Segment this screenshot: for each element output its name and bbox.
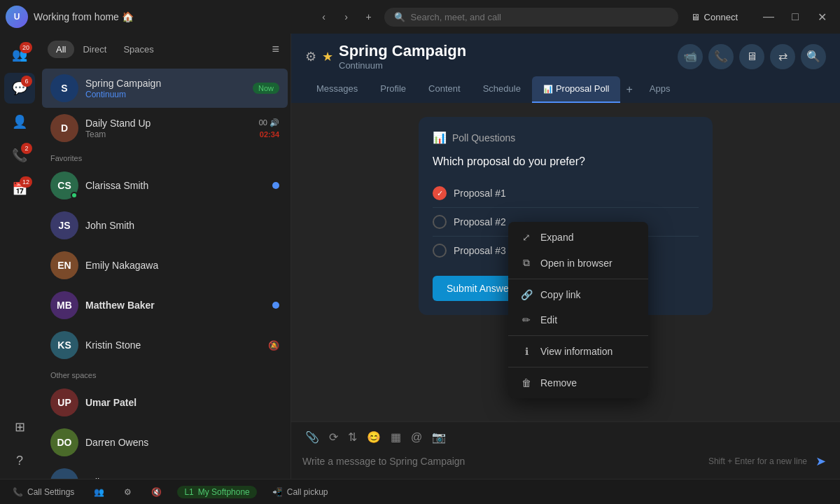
chat-item-kristin[interactable]: KS Kristin Stone 🔕 (42, 326, 288, 365)
radio-1 (433, 186, 447, 200)
tab-schedule[interactable]: Schedule (472, 76, 532, 103)
maximize-button[interactable]: □ (783, 7, 808, 27)
menu-item-view-info[interactable]: ℹ View information (508, 339, 648, 364)
menu-item-copy-link[interactable]: 🔗 Copy link (508, 282, 648, 307)
sidebar-item-all-users[interactable]: 👥 20 (4, 39, 35, 70)
close-button[interactable]: ✕ (809, 7, 834, 27)
chat-item-emily[interactable]: EN Emily Nakagawa (42, 246, 288, 285)
call-pickup-label: Call pickup (287, 487, 328, 497)
chat-item-clarissa[interactable]: CS Clarissa Smith (42, 166, 288, 205)
filter-tab-direct[interactable]: Direct (74, 41, 115, 58)
message-hint: Shift + Enter for a new line (708, 456, 807, 466)
expand-icon: ⤢ (519, 232, 533, 243)
chat-item-daily-standup[interactable]: D Daily Stand Up Team 00 🔊 02:34 (42, 108, 288, 148)
screen-share-button[interactable]: 🖥 (739, 44, 764, 69)
menu-item-remove[interactable]: 🗑 Remove (508, 370, 648, 396)
video-button[interactable]: 📹 (678, 44, 703, 69)
radio-3 (433, 244, 447, 258)
connect-button[interactable]: 🖥 Connect (684, 9, 745, 25)
tab-add-button[interactable]: + (620, 76, 638, 103)
image-button[interactable]: 📷 (429, 429, 449, 445)
avatar-kristin: KS (50, 331, 78, 359)
mute-icon: 🔕 (268, 340, 279, 351)
chat-item-spring-campaign[interactable]: S Spring Campaign Continuum Now (42, 69, 288, 108)
trash-icon: 🗑 (519, 377, 533, 388)
audio-button[interactable]: 📞 (708, 44, 734, 69)
call-settings-item[interactable]: 📞 Call Settings (8, 486, 78, 498)
nav-arrows: ‹ › + (314, 7, 379, 27)
tab-messages[interactable]: Messages (305, 76, 369, 103)
tab-apps[interactable]: Apps (638, 76, 682, 103)
thread-button[interactable]: ⇄ (770, 44, 795, 69)
gif-button[interactable]: ⟳ (326, 429, 341, 445)
team-icon-item[interactable]: 👥 (90, 486, 108, 498)
chat-item-darren[interactable]: DO Darren Owens (42, 423, 288, 462)
attach-button[interactable]: 📎 (302, 429, 322, 445)
chat-info-emily: Emily Nakagawa (85, 260, 279, 271)
calls-badge: 2 (21, 143, 32, 154)
favorites-label: Favorites (39, 148, 290, 165)
sidebar-item-grid[interactable]: ⊞ (4, 412, 35, 442)
user-avatar[interactable]: U (6, 6, 28, 28)
call-info: 00 🔊 (259, 118, 279, 127)
nav-add-button[interactable]: + (359, 7, 379, 27)
chat-info-adhoc: Adhoc Sync (85, 477, 265, 479)
sidebar-item-chat[interactable]: 💬 6 (4, 73, 35, 104)
star-icon[interactable]: ★ (322, 49, 333, 64)
search-input[interactable] (411, 12, 668, 22)
menu-item-open-browser[interactable]: ⧉ Open in browser (508, 250, 648, 276)
menu-label-view-info: View information (540, 346, 612, 357)
tab-content[interactable]: Content (417, 76, 472, 103)
chat-info-spring-campaign: Spring Campaign Continuum (85, 78, 246, 99)
panel-header: All Direct Spaces ≡ (39, 34, 290, 65)
menu-item-edit[interactable]: ✏ Edit (508, 307, 648, 332)
more-options-button[interactable]: ≡ (269, 39, 282, 59)
channel-name: Spring Campaign (339, 42, 466, 60)
online-indicator (71, 192, 78, 199)
call-pickup-item[interactable]: 📲 Call pickup (268, 486, 332, 498)
tab-profile[interactable]: Profile (369, 76, 417, 103)
settings-icon-item[interactable]: ⚙ (120, 486, 136, 498)
tab-proposal-poll[interactable]: 📊Proposal Poll (532, 76, 621, 103)
chat-item-umar[interactable]: UP Umar Patel (42, 383, 288, 422)
filter-tab-all[interactable]: All (48, 41, 74, 58)
chat-name: Emily Nakagawa (85, 260, 279, 271)
chat-info-kristin: Kristin Stone (85, 340, 261, 351)
open-browser-icon: ⧉ (519, 257, 533, 269)
mute-icon-item[interactable]: 🔇 (147, 486, 166, 498)
chat-name: Adhoc Sync (85, 477, 265, 479)
menu-item-expand[interactable]: ⤢ Expand (508, 225, 648, 250)
sidebar-item-help[interactable]: ? (4, 445, 35, 476)
message-input[interactable] (302, 456, 703, 467)
chat-item-matthew[interactable]: MB Matthew Baker (42, 286, 288, 325)
sidebar-item-calls[interactable]: 📞 2 (4, 140, 35, 171)
menu-divider-3 (508, 367, 648, 368)
minimize-button[interactable]: — (756, 7, 781, 27)
softphone-badge: L1 (184, 487, 193, 497)
main-layout: 👥 20 💬 6 👤 📞 2 📅 12 ⊞ ? All (0, 34, 840, 479)
emoji-button[interactable]: 😊 (364, 429, 384, 445)
softphone-label: My Softphone (198, 487, 250, 497)
poll-tab-icon: 📊 (543, 85, 553, 93)
channel-tabs: Messages Profile Content Schedule 📊Propo… (305, 76, 826, 103)
chat-item-john[interactable]: JS John Smith (42, 206, 288, 245)
other-spaces-label: Other spaces (39, 365, 290, 382)
nav-back-button[interactable]: ‹ (314, 7, 334, 27)
settings-icon[interactable]: ⚙ (305, 49, 316, 64)
send-button[interactable]: ➤ (813, 451, 829, 472)
sidebar-item-team[interactable]: 👤 (4, 106, 35, 137)
sidebar-item-calendar[interactable]: 📅 12 (4, 174, 35, 204)
format-button[interactable]: ⇅ (345, 429, 360, 445)
poll-title: Poll Questions (452, 132, 515, 144)
mention-button[interactable]: @ (408, 430, 425, 445)
poll-option-1[interactable]: Proposal #1 (433, 179, 699, 208)
now-badge: Now (253, 83, 279, 94)
search-channel-button[interactable]: 🔍 (801, 44, 826, 69)
table-button[interactable]: ▦ (388, 429, 404, 445)
search-bar: 🔍 (384, 8, 678, 27)
option-label-3: Proposal #3 (454, 245, 506, 256)
filter-tab-spaces[interactable]: Spaces (115, 41, 162, 58)
softphone-item[interactable]: L1 My Softphone (177, 486, 256, 498)
nav-forward-button[interactable]: › (337, 7, 356, 27)
chat-item-adhoc[interactable]: A Adhoc Sync (42, 463, 288, 479)
